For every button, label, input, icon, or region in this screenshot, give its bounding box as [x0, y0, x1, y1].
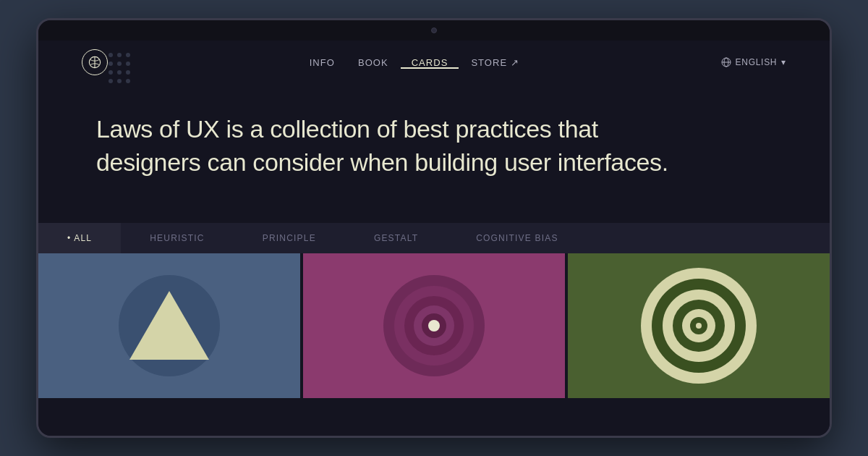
card-3-inner — [568, 253, 830, 398]
device-camera — [431, 28, 437, 33]
nav-link-book[interactable]: BOOK — [358, 57, 388, 68]
svg-point-6 — [117, 62, 122, 66]
svg-point-10 — [126, 70, 130, 75]
card-green-target[interactable] — [568, 253, 830, 398]
language-label: ENGLISH — [736, 57, 778, 67]
language-arrow: ▾ — [781, 57, 786, 67]
screen: INFO BOOK CARDS STORE ↗ — [38, 41, 830, 436]
hero-title: Laws of UX is a collection of best pract… — [96, 113, 675, 180]
card-blue-triangle[interactable] — [38, 253, 303, 398]
deco-dots — [103, 48, 143, 90]
navbar: INFO BOOK CARDS STORE ↗ — [38, 41, 830, 84]
filter-tab-heuristic[interactable]: HEURISTIC — [121, 223, 233, 253]
svg-point-11 — [109, 79, 113, 83]
svg-point-5 — [109, 62, 113, 66]
nav-active-underline — [401, 67, 459, 69]
nav-item-book[interactable]: BOOK — [358, 56, 388, 69]
nav-item-store[interactable]: STORE ↗ — [471, 57, 519, 68]
hero-section: Laws of UX is a collection of best pract… — [38, 84, 830, 201]
filter-tab-all[interactable]: ALL — [38, 223, 121, 253]
card-magenta-circles[interactable] — [303, 253, 568, 398]
svg-point-9 — [117, 70, 122, 75]
filter-bar: ALL HEURISTIC PRINCIPLE GESTALT COGNITIV… — [38, 223, 830, 253]
cards-grid — [38, 253, 830, 398]
filter-tab-gestalt[interactable]: GESTALT — [345, 223, 447, 253]
cc-ring-6 — [428, 320, 440, 332]
tc-ring-7 — [696, 323, 702, 329]
svg-point-4 — [126, 53, 130, 57]
nav-item-cards[interactable]: CARDS — [412, 56, 448, 69]
svg-point-2 — [109, 53, 113, 57]
nav-item-info[interactable]: INFO — [310, 56, 335, 69]
concentric-circles — [383, 275, 485, 376]
svg-point-13 — [126, 79, 130, 83]
nav-link-store[interactable]: STORE ↗ — [471, 57, 519, 68]
svg-point-8 — [109, 70, 113, 75]
svg-point-12 — [117, 79, 122, 83]
card-2-inner — [303, 253, 565, 398]
nav-link-cards[interactable]: CARDS — [412, 57, 448, 68]
filter-tab-principle[interactable]: PRINCIPLE — [234, 223, 345, 253]
card-1-triangle — [129, 291, 209, 360]
nav-links: INFO BOOK CARDS STORE ↗ — [310, 56, 519, 69]
nav-link-info[interactable]: INFO — [310, 57, 335, 68]
globe-icon — [721, 57, 731, 67]
svg-point-7 — [126, 62, 130, 66]
device-frame: INFO BOOK CARDS STORE ↗ — [36, 18, 832, 438]
device-top-bar — [38, 20, 830, 41]
card-1-inner — [38, 253, 300, 398]
svg-point-3 — [117, 53, 122, 57]
target-circles — [641, 268, 757, 384]
filter-tab-cognitive-bias[interactable]: COGNITIVE BIAS — [447, 223, 587, 253]
language-selector[interactable]: ENGLISH ▾ — [721, 57, 786, 67]
